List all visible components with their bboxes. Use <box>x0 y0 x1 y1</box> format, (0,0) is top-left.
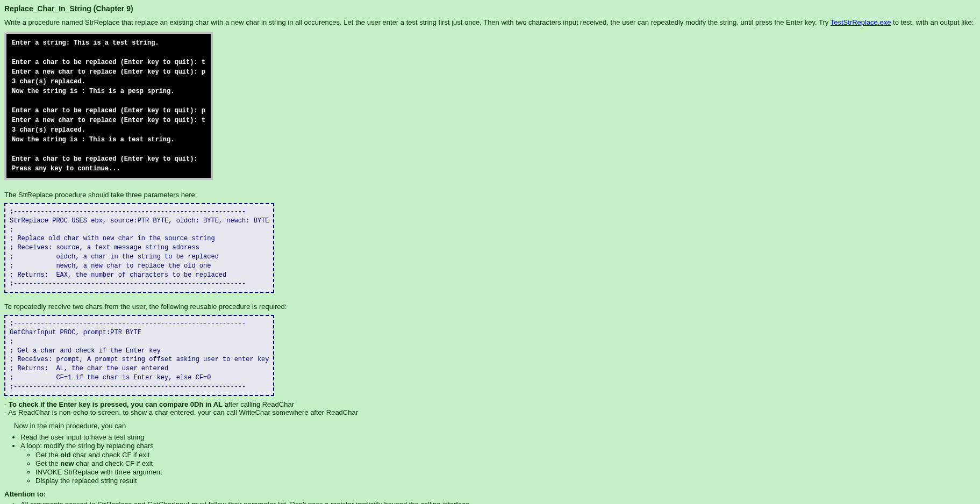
t: Get the <box>35 459 60 467</box>
note-1-bold: To check if the Enter key is pressed, yo… <box>9 400 223 408</box>
list-item: Get the old char and check CF if exit <box>35 451 976 459</box>
list-item: All arguments passed to StrReplace and G… <box>20 500 976 504</box>
note-2: - As ReadChar is non-echo to screen, to … <box>4 408 976 416</box>
main-list: Read the user input to have a test strin… <box>4 433 976 485</box>
list-item: A loop: modify the string by replacing c… <box>20 442 976 485</box>
code-block-2: ;---------------------------------------… <box>4 315 274 395</box>
code-block-1: ;---------------------------------------… <box>4 203 274 293</box>
note-1-suffix: after calling ReadChar <box>223 400 294 408</box>
note-1-prefix: - <box>4 400 9 408</box>
list-item: Read the user input to have a test strin… <box>20 433 976 441</box>
list-item-text: A loop: modify the string by replacing c… <box>20 442 154 450</box>
intro-text-after: to test, with an output like: <box>891 18 974 26</box>
t: char and check CF if exit <box>71 451 150 459</box>
paragraph-1: The StrReplace procedure should take thr… <box>4 191 976 199</box>
intro-paragraph: Write a procedure named StrReplace that … <box>4 18 976 26</box>
attention-title: Attention to: <box>4 490 976 498</box>
exe-link[interactable]: TestStrReplace.exe <box>831 18 891 26</box>
sub-list: Get the old char and check CF if exit Ge… <box>20 451 976 485</box>
note-1: - To check if the Enter key is pressed, … <box>4 400 976 408</box>
t: char and check CF if exit <box>74 459 153 467</box>
list-item: INVOKE StrReplace with three argument <box>35 468 976 476</box>
t: Get the <box>35 451 60 459</box>
page-title: Replace_Char_In_String (Chapter 9) <box>4 4 976 13</box>
list-item: Get the new char and check CF if exit <box>35 459 976 467</box>
list-item: Display the replaced string result <box>35 477 976 485</box>
t: old <box>60 451 71 459</box>
paragraph-2: To repeatedly receive two chars from the… <box>4 303 976 311</box>
main-intro: Now in the main procedure, you can <box>14 422 976 430</box>
t: new <box>60 459 74 467</box>
console-output: Enter a string: This is a test string. E… <box>4 32 213 180</box>
intro-text-before: Write a procedure named StrReplace that … <box>4 18 831 26</box>
attention-list: All arguments passed to StrReplace and G… <box>4 500 976 504</box>
